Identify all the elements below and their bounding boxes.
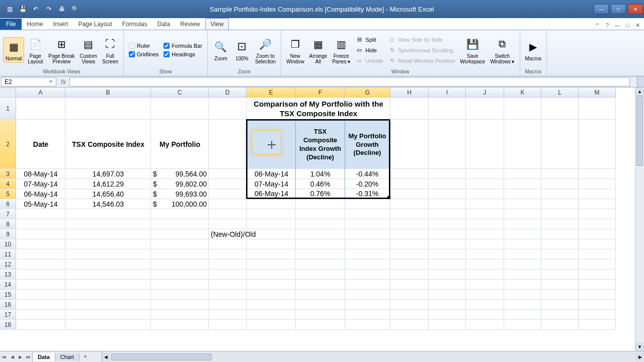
cell-E1[interactable] (247, 98, 296, 120)
cell-M1[interactable] (579, 98, 616, 120)
cell-F9[interactable] (296, 229, 345, 239)
cell-G9[interactable] (345, 229, 390, 239)
cell-J10[interactable] (466, 239, 504, 249)
cell-D6[interactable] (209, 199, 247, 209)
cell-A2[interactable] (16, 120, 65, 169)
split-button[interactable]: ⊟Split (353, 35, 385, 45)
doc-close-icon[interactable]: ✕ (633, 21, 642, 30)
cell-A13[interactable] (16, 269, 65, 280)
cell-C11[interactable] (151, 249, 209, 259)
cell-G10[interactable] (345, 239, 390, 249)
minimize-button[interactable]: — (594, 4, 609, 14)
cell-L2[interactable] (541, 120, 579, 169)
cell-M18[interactable] (579, 320, 616, 330)
cell-L4[interactable] (541, 179, 579, 189)
column-header-C[interactable]: C (151, 87, 209, 98)
cell-H10[interactable] (390, 239, 429, 249)
cell-A3[interactable] (16, 169, 65, 179)
scroll-up-icon[interactable]: ▲ (635, 87, 644, 96)
cell-I15[interactable] (429, 290, 466, 300)
column-header-I[interactable]: I (429, 87, 466, 98)
full-screen-button[interactable]: ⛶Full Screen (100, 35, 120, 65)
hscroll-thumb[interactable] (111, 353, 212, 360)
row-header-1[interactable]: 1 (0, 98, 16, 120)
cell-A5[interactable] (16, 189, 65, 199)
cell-G11[interactable] (345, 249, 390, 259)
cell-K3[interactable] (504, 169, 541, 179)
cell-J1[interactable] (466, 98, 504, 120)
cell-G15[interactable] (345, 290, 390, 300)
freeze-panes-button[interactable]: ▥Freeze Panes ▾ (330, 35, 352, 65)
cell-A12[interactable] (16, 259, 65, 269)
cell-J5[interactable] (466, 189, 504, 199)
cell-G4[interactable] (345, 179, 390, 189)
cell-C17[interactable] (151, 310, 209, 320)
cell-K13[interactable] (504, 269, 541, 280)
tab-review[interactable]: Review (175, 19, 205, 30)
cell-C2[interactable] (151, 120, 209, 169)
cell-F1[interactable] (296, 98, 345, 120)
cell-A17[interactable] (16, 310, 65, 320)
cell-E17[interactable] (247, 310, 296, 320)
cell-C15[interactable] (151, 290, 209, 300)
tab-page-layout[interactable]: Page Layout (73, 19, 117, 30)
cell-D1[interactable] (209, 98, 247, 120)
cell-L7[interactable] (541, 209, 579, 219)
cell-L9[interactable] (541, 229, 579, 239)
cell-I16[interactable] (429, 300, 466, 310)
cell-E11[interactable] (247, 249, 296, 259)
sync-scroll-button[interactable]: ⇅Synchronous Scrolling (386, 45, 457, 55)
cell-B4[interactable] (65, 179, 151, 189)
cell-J6[interactable] (466, 199, 504, 209)
cell-B3[interactable] (65, 169, 151, 179)
cell-F6[interactable] (296, 199, 345, 209)
cell-B13[interactable] (65, 269, 151, 280)
gridlines-checkbox[interactable]: Gridlines (127, 50, 160, 58)
column-header-G[interactable]: G (345, 87, 390, 98)
cell-H12[interactable] (390, 259, 429, 269)
cell-J7[interactable] (466, 209, 504, 219)
cell-E9[interactable] (247, 229, 296, 239)
tab-data[interactable]: Data (152, 19, 175, 30)
cell-M14[interactable] (579, 280, 616, 290)
cell-J12[interactable] (466, 259, 504, 269)
cell-H8[interactable] (390, 219, 429, 229)
cell-M4[interactable] (579, 179, 616, 189)
reset-position-button[interactable]: ⟲Reset Window Position (386, 56, 457, 66)
row-header-17[interactable]: 17 (0, 310, 16, 320)
cell-F7[interactable] (296, 209, 345, 219)
side-by-side-button[interactable]: ◫View Side by Side (386, 35, 457, 45)
cell-D12[interactable] (209, 259, 247, 269)
column-header-K[interactable]: K (504, 87, 541, 98)
cell-D14[interactable] (209, 280, 247, 290)
cell-K17[interactable] (504, 310, 541, 320)
custom-views-button[interactable]: ▤Custom Views (78, 35, 99, 65)
cell-L14[interactable] (541, 280, 579, 290)
cell-C5[interactable] (151, 189, 209, 199)
cell-L15[interactable] (541, 290, 579, 300)
cell-I13[interactable] (429, 269, 466, 280)
cell-I11[interactable] (429, 249, 466, 259)
cell-K4[interactable] (504, 179, 541, 189)
cell-F3[interactable] (296, 169, 345, 179)
row-header-14[interactable]: 14 (0, 280, 16, 290)
horizontal-scrollbar[interactable]: ◀ ▶ (102, 352, 644, 361)
cell-J15[interactable] (466, 290, 504, 300)
row-header-3[interactable]: 3 (0, 169, 16, 179)
row-header-18[interactable]: 18 (0, 320, 16, 330)
row-header-2[interactable]: 2 (0, 120, 16, 169)
cell-K9[interactable] (504, 229, 541, 239)
cell-B9[interactable] (65, 229, 151, 239)
ruler-checkbox[interactable]: Ruler (127, 42, 160, 50)
cell-G8[interactable] (345, 219, 390, 229)
cell-A1[interactable] (16, 98, 65, 120)
cell-H14[interactable] (390, 280, 429, 290)
cell-K2[interactable] (504, 120, 541, 169)
cell-I2[interactable] (429, 120, 466, 169)
cell-M10[interactable] (579, 239, 616, 249)
cell-H13[interactable] (390, 269, 429, 280)
scroll-thumb[interactable] (636, 96, 643, 166)
page-break-button[interactable]: ⊞Page Break Preview (46, 35, 76, 65)
cell-F10[interactable] (296, 239, 345, 249)
cell-D13[interactable] (209, 269, 247, 280)
